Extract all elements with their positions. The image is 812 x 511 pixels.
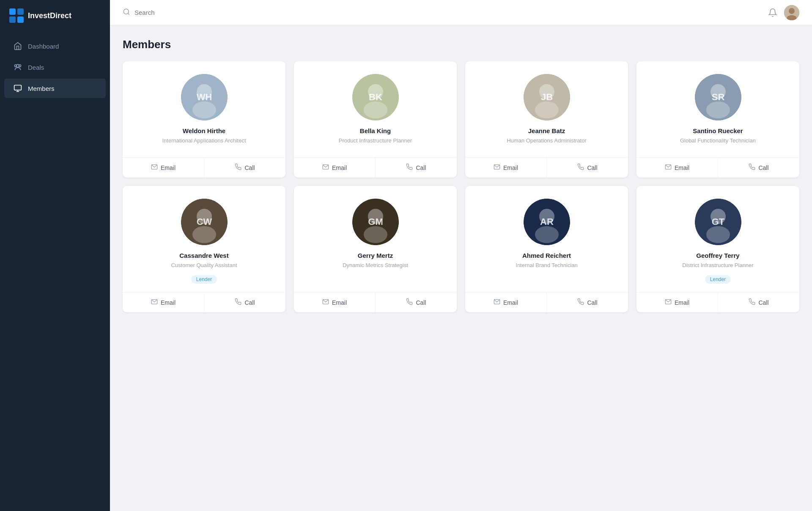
call-button[interactable]: Call: [547, 292, 628, 312]
email-icon: [151, 164, 158, 172]
member-avatar: WH: [181, 74, 228, 120]
member-card: CW Cassandre West Customer Quality Assis…: [123, 186, 285, 312]
svg-point-47: [535, 226, 559, 243]
svg-rect-3: [17, 16, 24, 23]
member-title: Human Operations Administrator: [507, 137, 587, 145]
card-body: GM Gerry Mertz Dynamic Metrics Strategis…: [294, 186, 457, 292]
email-button[interactable]: Email: [465, 292, 547, 312]
svg-point-37: [192, 226, 216, 243]
member-avatar: JB: [524, 74, 570, 120]
card-body: JB Jeanne Batz Human Operations Administ…: [465, 61, 628, 157]
email-button[interactable]: Email: [123, 292, 204, 312]
content-area: Members WH Weldon Hirthe International A…: [110, 25, 812, 511]
email-icon: [665, 164, 672, 172]
call-label: Call: [244, 299, 255, 306]
email-icon: [322, 298, 329, 306]
card-body: GT Geoffrey Terry District Infrastructur…: [636, 186, 799, 292]
svg-text:SR: SR: [711, 92, 724, 102]
svg-text:WH: WH: [196, 92, 212, 102]
member-name: Santino Ruecker: [693, 127, 743, 134]
call-button[interactable]: Call: [718, 158, 799, 178]
email-label: Email: [161, 299, 176, 306]
svg-point-5: [19, 65, 21, 67]
member-title: District Infrastructure Planner: [682, 262, 753, 269]
member-avatar: BK: [352, 74, 399, 120]
email-label: Email: [503, 164, 518, 171]
svg-point-52: [706, 226, 730, 243]
call-button[interactable]: Call: [376, 158, 457, 178]
call-label: Call: [587, 164, 597, 171]
email-icon: [151, 298, 158, 306]
svg-point-22: [364, 101, 387, 118]
sidebar-item-dashboard[interactable]: Dashboard: [4, 36, 106, 56]
call-label: Call: [244, 164, 255, 171]
email-button[interactable]: Email: [636, 292, 718, 312]
call-button[interactable]: Call: [204, 158, 285, 178]
card-actions: Email Call: [465, 157, 628, 178]
sidebar-label-members: Members: [28, 85, 55, 92]
call-label: Call: [758, 299, 768, 306]
logo-icon: [9, 8, 24, 23]
member-title: Customer Quality Assistant: [171, 262, 237, 269]
sidebar-item-deals[interactable]: Deals: [4, 57, 106, 77]
email-button[interactable]: Email: [465, 158, 547, 178]
card-body: CW Cassandre West Customer Quality Assis…: [123, 186, 285, 292]
email-icon: [494, 164, 500, 172]
search-input[interactable]: [134, 9, 764, 16]
sidebar-label-deals: Deals: [28, 64, 44, 71]
phone-icon: [235, 164, 241, 172]
card-actions: Email Call: [294, 157, 457, 178]
call-button[interactable]: Call: [376, 292, 457, 312]
svg-point-17: [192, 101, 216, 118]
card-actions: Email Call: [294, 292, 457, 312]
phone-icon: [406, 164, 413, 172]
phone-icon: [235, 298, 241, 306]
email-button[interactable]: Email: [636, 158, 718, 178]
card-body: AR Ahmed Reichert Internal Brand Technic…: [465, 186, 628, 292]
call-button[interactable]: Call: [718, 292, 799, 312]
sidebar-label-dashboard: Dashboard: [28, 43, 59, 50]
sidebar: InvestDirect Dashboard Deals: [0, 0, 110, 511]
member-card: AR Ahmed Reichert Internal Brand Technic…: [465, 186, 628, 312]
svg-text:JB: JB: [540, 92, 552, 102]
svg-text:GM: GM: [368, 216, 383, 227]
email-label: Email: [675, 164, 689, 171]
search-icon: [123, 8, 130, 17]
card-actions: Email Call: [123, 157, 285, 178]
call-button[interactable]: Call: [204, 292, 285, 312]
member-card: JB Jeanne Batz Human Operations Administ…: [465, 61, 628, 178]
member-title: Internal Brand Technician: [516, 262, 577, 269]
phone-icon: [749, 298, 755, 306]
svg-text:CW: CW: [196, 216, 212, 227]
email-label: Email: [332, 299, 347, 306]
sidebar-item-members[interactable]: Members: [4, 79, 106, 98]
email-button[interactable]: Email: [294, 158, 376, 178]
card-body: SR Santino Ruecker Global Functionality …: [636, 61, 799, 157]
phone-icon: [749, 164, 755, 172]
member-name: Cassandre West: [179, 252, 228, 259]
member-avatar: GM: [352, 199, 399, 245]
email-icon: [494, 298, 500, 306]
call-label: Call: [416, 299, 426, 306]
email-button[interactable]: Email: [294, 292, 376, 312]
member-card: SR Santino Ruecker Global Functionality …: [636, 61, 799, 178]
page-title: Members: [123, 38, 799, 51]
member-title: Dynamic Metrics Strategist: [343, 262, 408, 269]
call-button[interactable]: Call: [547, 158, 628, 178]
member-avatar: SR: [695, 74, 741, 120]
member-name: Jeanne Batz: [528, 127, 565, 134]
member-card: GT Geoffrey Terry District Infrastructur…: [636, 186, 799, 312]
card-actions: Email Call: [636, 157, 799, 178]
email-icon: [665, 298, 672, 306]
svg-point-42: [364, 226, 387, 243]
user-avatar[interactable]: [784, 5, 799, 20]
email-label: Email: [161, 164, 176, 171]
svg-text:AR: AR: [540, 216, 554, 227]
member-card: GM Gerry Mertz Dynamic Metrics Strategis…: [294, 186, 457, 312]
notification-icon[interactable]: [768, 8, 777, 17]
email-icon: [322, 164, 329, 172]
member-avatar: AR: [524, 199, 570, 245]
deals-icon: [14, 63, 22, 71]
app-name: InvestDirect: [28, 11, 71, 20]
email-button[interactable]: Email: [123, 158, 204, 178]
